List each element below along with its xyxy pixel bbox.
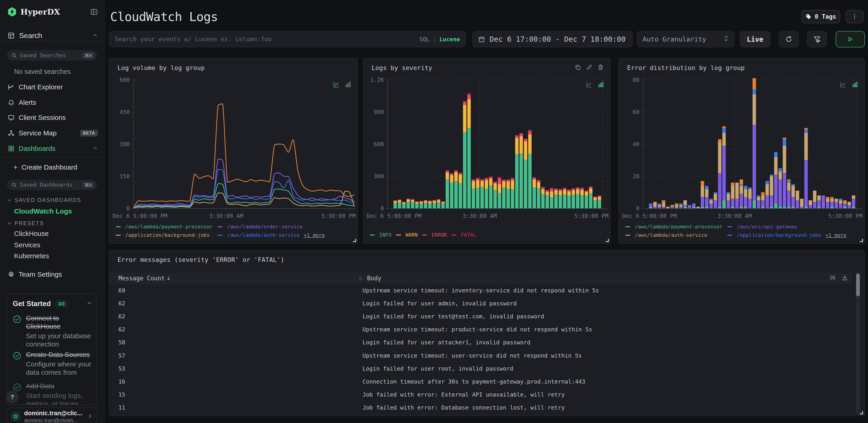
event-search-input[interactable]: Search your events w/ Lucene ex. column:… xyxy=(109,31,466,48)
filter-button[interactable] xyxy=(807,31,827,48)
panel-resize-handle[interactable] xyxy=(606,239,609,242)
sidebar-item-clickhouse[interactable]: ClickHouse xyxy=(14,230,49,237)
legend-more-link[interactable]: +1 more xyxy=(304,232,325,238)
legend-item[interactable]: /aws/lambda/auth-service xyxy=(218,232,300,238)
legend-item[interactable]: /aws/ecs/api-gateway xyxy=(727,224,797,229)
table-row[interactable]: 16Connection timeout after 30s to paymen… xyxy=(109,375,852,388)
line-view-icon[interactable] xyxy=(333,81,340,88)
sidebar-item-alerts[interactable]: Alerts xyxy=(8,96,98,109)
legend-item[interactable]: FATAL xyxy=(451,232,476,238)
help-button[interactable]: ? xyxy=(6,391,18,403)
saved-dashboards-group[interactable]: SAVED DASHBOARDS xyxy=(7,197,81,203)
more-options-button[interactable] xyxy=(846,10,863,23)
drag-handle-icon[interactable] xyxy=(358,276,363,281)
sidebar-item-kubernetes[interactable]: Kubernetes xyxy=(14,252,49,260)
column-body[interactable]: Body xyxy=(358,275,381,282)
sidebar-item-dashboards[interactable]: Dashboards xyxy=(8,143,98,154)
legend-swatch xyxy=(396,234,401,235)
chart-panel-error-distribution: Error distribution by log group 02040608… xyxy=(618,58,865,244)
table-row[interactable]: 15Job failed with error: External API un… xyxy=(109,388,852,401)
refresh-button[interactable] xyxy=(779,31,799,48)
legend-item[interactable]: +1 more xyxy=(300,232,325,238)
legend-label: /aws/lambda/auth-service xyxy=(635,232,707,238)
task-title: Create Data Sources xyxy=(26,350,93,359)
get-started-item[interactable]: Connect to ClickHouse Set up your databa… xyxy=(13,314,93,348)
cell-message-count: 62 xyxy=(118,300,125,307)
legend-item[interactable]: WARN xyxy=(396,232,417,238)
line-view-icon[interactable] xyxy=(840,81,846,88)
sql-toggle[interactable]: SQL xyxy=(419,36,429,43)
table-scrollbar[interactable] xyxy=(856,273,860,414)
bar-view-icon[interactable] xyxy=(851,81,859,88)
column-message-count[interactable]: Message Count xyxy=(118,275,171,282)
chevron-up-icon[interactable] xyxy=(87,300,92,308)
legend-item[interactable]: INFO xyxy=(370,232,392,238)
legend-item[interactable]: /aws/lambda/order-service xyxy=(218,224,303,229)
sidebar-item-services[interactable]: Services xyxy=(14,241,40,249)
sidebar-item-chart-explorer[interactable]: Chart Explorer xyxy=(8,81,98,93)
cell-body: Connection timeout after 30s to payment-… xyxy=(363,378,585,385)
panel-resize-handle[interactable] xyxy=(353,239,356,242)
create-dashboard-button[interactable]: Create Dashboard xyxy=(13,161,98,173)
line-view-icon[interactable] xyxy=(586,81,592,88)
presets-group[interactable]: PRESETS xyxy=(7,220,44,227)
get-started-item[interactable]: Add Data Start sending logs, metrics, or… xyxy=(13,382,93,405)
sort-desc-icon xyxy=(166,276,171,281)
table-row[interactable]: 69Upstream service timeout: inventory-se… xyxy=(109,284,852,297)
sidebar-item-cloudwatch-logs[interactable]: CloudWatch Logs xyxy=(14,207,72,215)
task-desc: Set up your database connection xyxy=(26,332,93,348)
task-title: Add Data xyxy=(26,382,93,390)
legend-item[interactable]: /application/background-jobs xyxy=(727,232,821,238)
legend-swatch xyxy=(727,226,732,227)
legend-item[interactable]: /aws/lambda/payment-processor xyxy=(116,224,218,229)
legend-more-link[interactable]: +1 more xyxy=(826,232,846,238)
get-started-item[interactable]: Create Data Sources Configure where your… xyxy=(13,350,93,376)
divider xyxy=(0,40,104,41)
panel-resize-handle[interactable] xyxy=(860,411,863,414)
live-button[interactable]: Live xyxy=(740,31,771,48)
table-row[interactable]: 62Upstream service timeout: product-serv… xyxy=(109,323,852,336)
chevron-up-icon[interactable] xyxy=(92,144,98,153)
legend-item[interactable]: /application/background-jobs xyxy=(116,232,218,238)
bar-view-icon[interactable] xyxy=(345,81,351,88)
panel-resize-handle[interactable] xyxy=(860,239,863,242)
table-row[interactable]: 58Login failed for user attacker1, inval… xyxy=(109,336,852,349)
date-range-picker[interactable]: Dec 6 17:00:00 - Dec 7 18:00:00 xyxy=(472,31,633,48)
svg-text:5:30:00 PM: 5:30:00 PM xyxy=(321,213,356,219)
wrap-text-icon[interactable] xyxy=(829,274,836,282)
legend-item[interactable]: +1 more xyxy=(821,232,846,238)
sidebar-item-service-map[interactable]: Service Map BETA xyxy=(8,127,98,139)
saved-searches-input[interactable]: Saved Searches ⌘K xyxy=(7,50,97,61)
scrollbar-thumb[interactable] xyxy=(856,274,860,296)
lucene-toggle[interactable]: Lucene xyxy=(439,36,460,43)
task-title: Connect to ClickHouse xyxy=(26,314,93,331)
group-label: PRESETS xyxy=(14,220,44,227)
table-row[interactable]: 57Upstream service timeout: user-service… xyxy=(109,349,852,362)
sidebar-item-client-sessions[interactable]: Client Sessions xyxy=(8,112,98,123)
sidebar-item-team-settings[interactable]: Team Settings xyxy=(8,269,98,280)
legend-item[interactable]: /aws/lambda/payment-processor xyxy=(625,224,727,229)
sidebar-item-search[interactable]: Search xyxy=(8,30,98,41)
play-button[interactable] xyxy=(836,31,865,48)
legend-item[interactable]: ERROR xyxy=(422,232,447,238)
tags-button[interactable]: 0 Tags xyxy=(802,10,840,23)
svg-text:900: 900 xyxy=(374,109,384,115)
granularity-value: Auto Granularity xyxy=(643,35,706,43)
table-row[interactable]: 11Job failed with error: Database connec… xyxy=(109,401,852,414)
saved-dashboards-input[interactable]: Saved Dashboards ⌘K xyxy=(7,179,97,190)
sidebar-collapse-icon[interactable] xyxy=(90,8,98,16)
svg-text:40: 40 xyxy=(632,141,640,147)
svg-text:20: 20 xyxy=(632,173,640,179)
bar-view-icon[interactable] xyxy=(597,81,604,88)
table-row[interactable]: 53Login failed for user root, invalid pa… xyxy=(109,362,852,375)
svg-text:150: 150 xyxy=(120,173,130,179)
gear-icon xyxy=(8,271,14,278)
user-profile[interactable]: D dominic.tran@clic... dominic.tran@clic… xyxy=(7,407,97,423)
table-row[interactable]: 62Login failed for user admin, invalid p… xyxy=(109,297,852,310)
granularity-select[interactable]: Auto Granularity xyxy=(637,31,735,48)
chevron-up-icon[interactable] xyxy=(92,31,98,40)
table-row[interactable]: 62Login failed for user test@test.com, i… xyxy=(109,310,852,323)
download-icon[interactable] xyxy=(842,274,848,282)
check-circle-icon xyxy=(13,315,22,323)
legend-item[interactable]: /aws/lambda/auth-service xyxy=(625,232,727,238)
